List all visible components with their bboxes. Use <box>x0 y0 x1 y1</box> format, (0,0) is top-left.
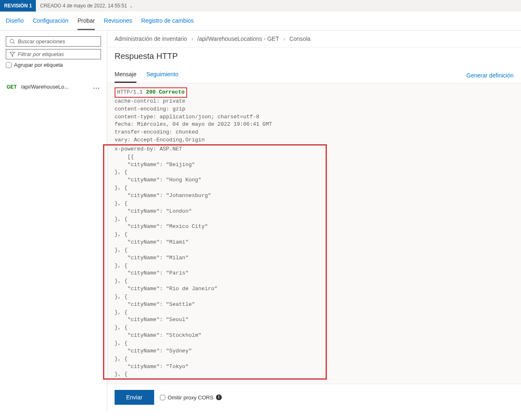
http-status-line: HTTP/1.1 200 Correcto <box>115 87 187 98</box>
operation-name: /api/WarehouseLo... <box>21 84 89 90</box>
http-proto: HTTP/1.1 <box>117 89 146 95</box>
send-button[interactable]: Enviar <box>115 390 154 405</box>
subtab-message[interactable]: Mensaje <box>115 67 136 83</box>
filter-placeholder: Filtrar por etiquetas <box>18 51 64 57</box>
created-label: CREADO 4 de mayo de 2022, 14:55:51 <box>40 3 127 9</box>
breadcrumb-root[interactable]: Administración de inventario <box>115 35 187 42</box>
tab-revisions[interactable]: Revisiones <box>104 12 132 30</box>
operation-item[interactable]: GET /api/WarehouseLo... ... <box>6 82 101 92</box>
cors-checkbox[interactable] <box>160 395 165 400</box>
sidebar: Buscar operaciones Filtrar por etiquetas… <box>0 31 107 411</box>
cors-row[interactable]: Omitir proxy CORS i <box>160 394 222 401</box>
chevron-down-icon: ⌄ <box>129 4 133 8</box>
tab-test[interactable]: Probar <box>77 12 95 30</box>
breadcrumb-api[interactable]: /api/WarehouseLocations - GET <box>197 35 279 42</box>
svg-line-1 <box>13 42 15 44</box>
group-by-tag-row[interactable]: Agrupar por etiqueta <box>6 62 101 68</box>
group-by-tag-label: Agrupar por etiqueta <box>14 62 63 68</box>
svg-marker-2 <box>10 52 15 56</box>
breadcrumb-separator: › <box>191 35 193 42</box>
main-panel: Administración de inventario › /api/Ware… <box>107 31 521 411</box>
page-title: Respuesta HTTP <box>107 47 521 61</box>
http-body-highlight: x-powered-by: ASP.NET [{ "cityName": "Be… <box>103 144 327 380</box>
operation-method: GET <box>7 84 17 90</box>
http-status-code: 200 <box>146 89 155 95</box>
revision-badge[interactable]: REVISIÓN 1 <box>0 0 36 12</box>
top-bar: REVISIÓN 1 CREADO 4 de mayo de 2022, 14:… <box>0 0 521 12</box>
search-placeholder: Buscar operaciones <box>18 38 65 45</box>
subtab-trace[interactable]: Seguimiento <box>146 67 178 83</box>
breadcrumb-leaf: Consola <box>289 35 310 42</box>
bottom-bar: Enviar Omitir proxy CORS i <box>107 384 521 411</box>
http-headers: cache-control: private content-encoding:… <box>115 98 272 143</box>
cors-label: Omitir proxy CORS <box>168 394 214 401</box>
created-timestamp[interactable]: CREADO 4 de mayo de 2022, 14:55:51 ⌄ <box>36 3 137 9</box>
tab-changelog[interactable]: Registro de cambios <box>141 12 194 30</box>
tab-design[interactable]: Diseño <box>6 12 24 30</box>
http-body: x-powered-by: ASP.NET [{ "cityName": "Be… <box>115 146 218 377</box>
breadcrumb: Administración de inventario › /api/Ware… <box>107 31 521 47</box>
generate-definition-link[interactable]: Generar definición <box>467 72 514 83</box>
breadcrumb-separator: › <box>283 35 285 42</box>
filter-input[interactable]: Filtrar por etiquetas <box>6 49 101 59</box>
search-input[interactable]: Buscar operaciones <box>6 36 101 47</box>
main-tabs: Diseño Configuración Probar Revisiones R… <box>0 12 521 31</box>
operations-list: GET /api/WarehouseLo... ... <box>6 82 101 92</box>
sub-tabs-row: Mensaje Seguimiento Generar definición <box>107 67 521 83</box>
response-area: HTTP/1.1 200 Correcto cache-control: pri… <box>107 83 521 384</box>
info-icon[interactable]: i <box>216 394 222 400</box>
tab-config[interactable]: Configuración <box>33 12 68 30</box>
response-text: HTTP/1.1 200 Correcto cache-control: pri… <box>107 83 521 384</box>
search-icon <box>9 39 15 45</box>
filter-icon <box>9 52 15 57</box>
group-by-tag-checkbox[interactable] <box>6 62 12 68</box>
more-icon[interactable]: ... <box>93 84 100 90</box>
http-status-text: Correcto <box>156 89 185 95</box>
